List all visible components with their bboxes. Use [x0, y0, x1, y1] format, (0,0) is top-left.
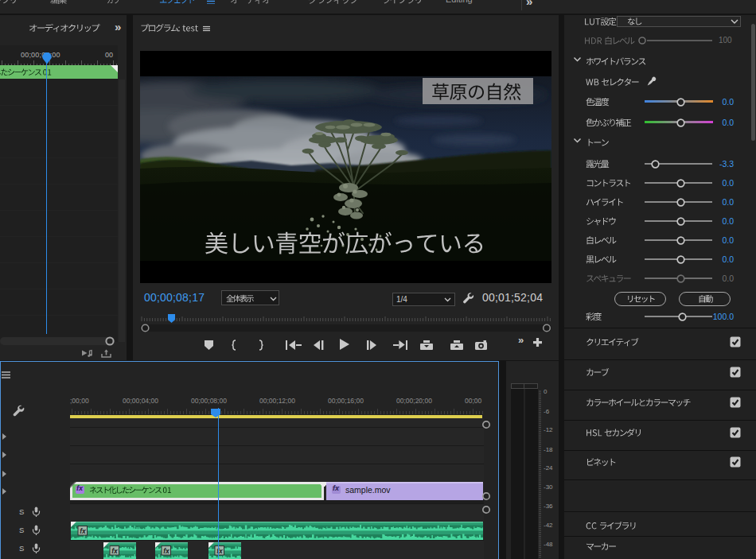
svg-text:fx: fx: [80, 527, 87, 535]
svg-text:fx: fx: [111, 547, 119, 555]
svg-text:fx: fx: [163, 547, 170, 555]
svg-text:»: »: [518, 334, 524, 346]
